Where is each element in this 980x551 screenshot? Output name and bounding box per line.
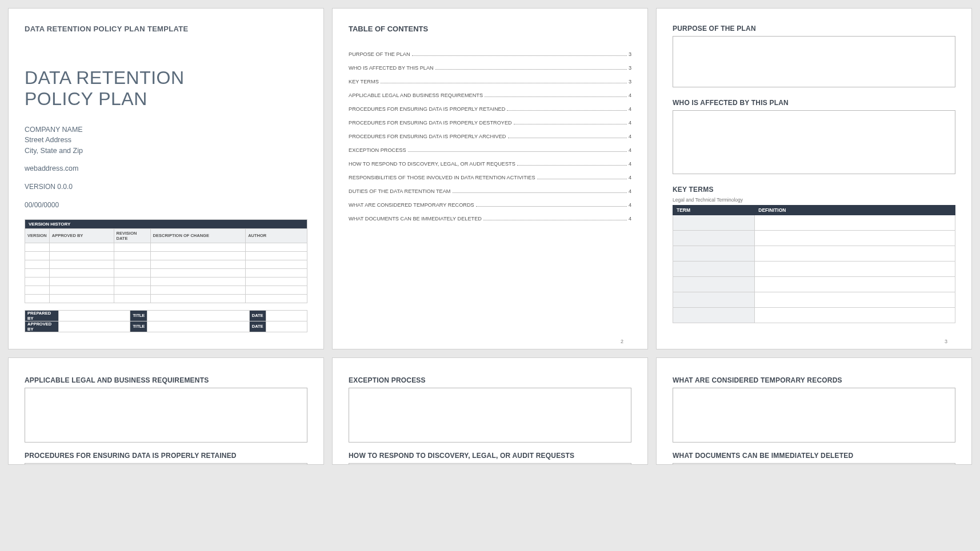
vh-row [25,260,307,268]
section-deleted: WHAT DOCUMENTS CAN BE IMMEDIATELY DELETE… [673,452,955,460]
toc-row: EXCEPTION PROCESS4 [349,147,631,153]
prepared-by-value [59,310,130,321]
toc-row: KEY TERMS3 [349,79,631,85]
section-purpose: PURPOSE OF THE PLAN [673,25,955,33]
toc-dots [408,151,627,152]
toc-label: EXCEPTION PROCESS [349,147,406,153]
toc-label: PROCEDURES FOR ENSURING DATA IS PROPERLY… [349,106,505,112]
temporary-box [673,388,955,443]
toc-dots [476,206,627,207]
toc-label: WHO IS AFFECTED BY THIS PLAN [349,65,434,71]
kt-row [673,215,955,231]
section-keyterms: KEY TERMS [673,186,955,194]
toc-dots [412,55,627,56]
city-state-zip: City, State and Zip [25,146,307,156]
toc-label: RESPONSIBILITIES OF THOSE INVOLVED IN DA… [349,175,535,180]
vh-col-author: AUTHOR [246,228,307,243]
toc-page: 4 [629,216,631,222]
approved-by-label: APPROVED BY [25,321,59,332]
vh-row [25,294,307,303]
toc-label: PROCEDURES FOR ENSURING DATA IS PROPERLY… [349,134,506,139]
vh-col-revision: REVISION DATE [114,228,150,243]
title-value-2 [147,321,249,332]
kt-row [673,277,955,292]
vh-row [25,251,307,260]
discovery-box [349,463,631,465]
vh-col-desc: DESCRIPTION OF CHANGE [150,228,246,243]
toc-row: PROCEDURES FOR ENSURING DATA IS PROPERLY… [349,120,631,126]
toc-page: 4 [629,188,631,194]
keyterms-subtitle: Legal and Technical Terminology [673,197,955,203]
version-text: VERSION 0.0.0 [25,183,307,191]
date-label-1: DATE [249,310,266,321]
toc-row: DUTIES OF THE DATA RETENTION TEAM4 [349,188,631,194]
toc-dots [483,220,627,220]
title-label-2: TITLE [130,321,147,332]
page-number-3: 3 [945,339,947,344]
signoff-table: PREPARED BY TITLE DATE APPROVED BY TITLE… [25,310,307,332]
toc-page: 4 [629,92,631,98]
toc-label: PURPOSE OF THE PLAN [349,51,410,57]
title-line-1: DATA RETENTION [25,67,185,88]
page-5: EXCEPTION PROCESS HOW TO RESPOND TO DISC… [332,357,648,465]
toc-row: PROCEDURES FOR ENSURING DATA IS PROPERLY… [349,134,631,139]
vh-row [25,243,307,251]
toc-label: KEY TERMS [349,79,379,85]
kt-col-def: DEFINITION [755,206,955,215]
toc-dots [507,110,627,111]
kt-row [673,308,955,323]
company-name: COMPANY NAME [25,124,307,135]
toc-page: 3 [629,51,631,57]
section-exception: EXCEPTION PROCESS [349,376,631,384]
prepared-by-label: PREPARED BY [25,310,59,321]
toc-label: DUTIES OF THE DATA RETENTION TEAM [349,188,451,194]
purpose-box [673,36,955,87]
toc-dots [485,96,627,97]
street-address: Street Address [25,135,307,146]
kt-row [673,292,955,308]
template-header: DATA RETENTION POLICY PLAN TEMPLATE [25,25,307,33]
toc-label: APPLICABLE LEGAL AND BUSINESS REQUIREMEN… [349,92,483,98]
exception-box [349,388,631,443]
date-text: 00/00/0000 [25,201,307,209]
toc-page: 4 [629,120,631,126]
toc-row: WHO IS AFFECTED BY THIS PLAN3 [349,65,631,71]
date-value-1 [266,310,307,321]
toc-dots [453,192,627,193]
toc-row: WHAT DOCUMENTS CAN BE IMMEDIATELY DELETE… [349,216,631,222]
toc-dots [514,124,627,124]
section-legal: APPLICABLE LEGAL AND BUSINESS REQUIREMEN… [25,376,307,384]
toc-label: WHAT DOCUMENTS CAN BE IMMEDIATELY DELETE… [349,216,482,222]
kt-row [673,231,955,246]
version-history-table: VERSION HISTORY VERSION APPROVED BY REVI… [25,219,307,303]
toc-dots [508,138,627,138]
page-number-2: 2 [621,339,623,344]
vh-col-approved: APPROVED BY [49,228,114,243]
title-line-2: POLICY PLAN [25,89,147,109]
toc-row: RESPONSIBILITIES OF THOSE INVOLVED IN DA… [349,175,631,180]
page-1: DATA RETENTION POLICY PLAN TEMPLATE DATA… [8,8,324,349]
toc-page: 4 [629,175,631,180]
toc-page: 3 [629,65,631,71]
toc-label: HOW TO RESPOND TO DISCOVERY, LEGAL, OR A… [349,161,515,167]
toc-page: 4 [629,202,631,208]
section-temporary: WHAT ARE CONSIDERED TEMPORARY RECORDS [673,376,955,384]
title-label-1: TITLE [130,310,147,321]
main-title: DATA RETENTION POLICY PLAN [25,67,307,110]
retained-box [25,463,307,465]
affected-box [673,110,955,174]
page-2: TABLE OF CONTENTS PURPOSE OF THE PLAN3WH… [332,8,648,349]
kt-col-term: TERM [673,206,755,215]
toc-label: PROCEDURES FOR ENSURING DATA IS PROPERLY… [349,120,512,126]
deleted-box [673,463,955,465]
keyterms-table: TERM DEFINITION [673,205,955,323]
date-value-2 [266,321,307,332]
toc-dots [517,165,627,166]
toc-dots [435,69,627,70]
toc-title: TABLE OF CONTENTS [349,25,631,33]
legal-box [25,388,307,443]
page-3: PURPOSE OF THE PLAN WHO IS AFFECTED BY T… [656,8,972,349]
toc-page: 4 [629,161,631,167]
title-value-1 [147,310,249,321]
toc-page: 4 [629,106,631,112]
